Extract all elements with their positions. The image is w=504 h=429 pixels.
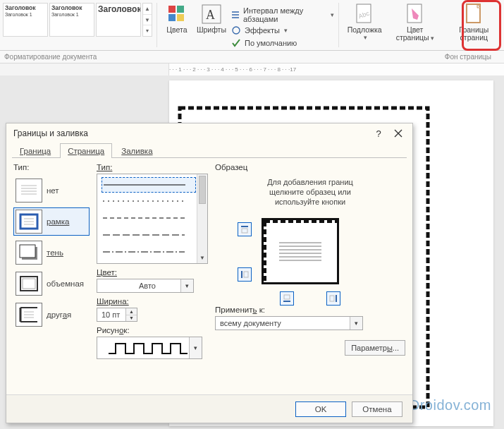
source-watermark: Droidov.com	[410, 397, 491, 413]
chevron-down-icon: ▾	[331, 11, 334, 18]
setting-none[interactable]: нет	[13, 176, 90, 205]
ribbon: Заголовок Заголовок 1 Заголовок Заголово…	[0, 0, 504, 51]
style-tile[interactable]: Заголовок Заголовок 1	[3, 3, 48, 37]
svg-point-6	[233, 27, 240, 34]
scrollbar[interactable]: ▲ ▼	[197, 174, 207, 263]
threeD-icon	[16, 272, 42, 296]
font-icon: A	[200, 3, 223, 25]
more-icon[interactable]: ▾	[143, 25, 152, 36]
apply-to-combo[interactable]: всему документу ▾	[215, 316, 363, 330]
line-style-listbox[interactable]: ▲ ▼	[97, 174, 208, 264]
options-button[interactable]: Параметры...	[345, 340, 405, 356]
setting-shadow[interactable]: тень	[13, 238, 90, 267]
setting-custom[interactable]: другая	[13, 301, 90, 329]
svg-rect-29	[330, 296, 334, 301]
setting-box-label: рамка	[47, 217, 69, 226]
effects-button[interactable]: Эффекты ▾	[231, 25, 334, 36]
svg-rect-2	[168, 14, 176, 21]
style-title: Заголовок	[5, 5, 46, 11]
dialog-titlebar[interactable]: Границы и заливка ?	[6, 123, 412, 143]
watermark-icon: Abc	[353, 3, 376, 25]
box-icon	[16, 210, 42, 234]
styles-gallery[interactable]: Заголовок Заголовок 1 Заголовок Заголово…	[3, 0, 152, 50]
themes-fonts-button[interactable]: A Шрифты	[192, 0, 231, 50]
preview-page[interactable]	[262, 218, 339, 284]
width-spinner[interactable]: 10 пт ▲▼	[97, 308, 137, 322]
cancel-button[interactable]: Отмена	[352, 401, 402, 417]
color-label: Цвет:	[97, 268, 208, 277]
formatting-options: Интервал между абзацами ▾ Эффекты ▾ По у…	[231, 0, 334, 50]
setting-3d-label: объемная	[47, 279, 84, 288]
ok-button[interactable]: OK	[295, 401, 346, 417]
custom-icon	[16, 303, 42, 327]
palette-icon	[166, 3, 188, 25]
group-page-background: Фон страницы	[445, 53, 504, 61]
none-icon	[16, 179, 42, 203]
gallery-scroll[interactable]: ▲ ▼ ▾	[142, 3, 152, 37]
tab-page[interactable]: Страница	[60, 143, 112, 158]
preview-stage	[215, 212, 405, 304]
style-subtitle: Заголовок 1	[5, 12, 46, 17]
tab-fill[interactable]: Заливка	[113, 143, 160, 158]
apply-to-value: всему документу	[220, 319, 281, 327]
svg-rect-25	[244, 272, 248, 277]
horizontal-ruler[interactable]: · · · 1 · · · 2 · · · 3 · · · 4 · · · 5 …	[0, 64, 504, 76]
style-tile[interactable]: Заголовок Заголовок 1	[49, 3, 94, 37]
setting-none-label: нет	[47, 186, 59, 195]
apply-to-label: Применить к:	[215, 306, 405, 314]
svg-rect-16	[23, 279, 35, 289]
tab-border[interactable]: Граница	[12, 143, 59, 158]
shadow-icon	[16, 241, 42, 265]
ribbon-group-labels: Форматирование документа Фон страницы	[0, 51, 504, 64]
border-right-toggle[interactable]	[326, 291, 340, 306]
border-top-toggle[interactable]	[238, 222, 252, 236]
chevron-down-icon: ▾	[364, 34, 367, 41]
color-combo[interactable]: Авто ▾	[97, 279, 194, 293]
page-borders-button[interactable]: Границы страниц	[444, 0, 504, 50]
svg-rect-3	[177, 14, 184, 21]
setting-box[interactable]: рамка	[13, 207, 90, 236]
chevron-down-icon: ▾	[284, 27, 288, 34]
art-combo[interactable]: ▾	[97, 337, 202, 359]
check-icon	[231, 37, 242, 49]
chevron-down-icon: ▾	[431, 35, 434, 42]
setting-3d[interactable]: объемная	[13, 270, 90, 298]
svg-rect-1	[177, 6, 184, 13]
page-color-button[interactable]: Цвет страницы▾	[386, 0, 444, 50]
style-title: Заголовок	[98, 5, 139, 14]
style-label: Тип:	[97, 163, 208, 171]
chevron-down-icon[interactable]: ▾	[350, 317, 362, 330]
close-button[interactable]	[388, 126, 408, 141]
color-value: Авто	[102, 282, 193, 290]
themes-colors-button[interactable]: Цвета	[161, 0, 192, 50]
borders-shading-dialog: Границы и заливка ? Граница Страница Зал…	[6, 123, 413, 423]
effects-label: Эффекты	[245, 26, 280, 35]
chevron-down-icon[interactable]: ▾	[189, 337, 202, 358]
border-bottom-toggle[interactable]	[280, 291, 294, 306]
chevron-down-icon[interactable]: ▼	[126, 315, 137, 322]
watermark-label: Подложка	[348, 26, 382, 34]
set-default-button[interactable]: По умолчанию	[231, 37, 334, 49]
preview-hint: Для добавления границ щелкните образец и…	[215, 178, 405, 207]
style-tile[interactable]: Заголовок	[96, 3, 141, 37]
chevron-up-icon[interactable]: ▲	[126, 308, 137, 315]
preview-column: Образец Для добавления границ щелкните о…	[215, 163, 405, 392]
chevron-down-icon[interactable]: ▼	[143, 15, 152, 26]
close-icon	[394, 129, 402, 138]
svg-rect-0	[168, 6, 176, 13]
svg-rect-27	[284, 295, 290, 299]
width-label: Ширина:	[97, 297, 208, 306]
page-borders-label: Границы страниц	[448, 26, 500, 42]
border-left-toggle[interactable]	[238, 267, 252, 282]
chevron-down-icon[interactable]: ▾	[180, 279, 193, 292]
scrollbar-thumb[interactable]	[199, 176, 206, 204]
help-button[interactable]: ?	[369, 126, 388, 141]
watermark-button[interactable]: Abc Подложка ▾	[343, 0, 386, 50]
dialog-tabs: Граница Страница Заливка	[6, 143, 412, 158]
chevron-up-icon[interactable]: ▲	[143, 4, 152, 15]
group-document-formatting: Форматирование документа	[0, 53, 445, 61]
fonts-label: Шрифты	[197, 26, 226, 34]
chevron-down-icon[interactable]: ▼	[197, 253, 207, 263]
art-pattern-icon	[107, 339, 192, 356]
paragraph-spacing-button[interactable]: Интервал между абзацами ▾	[231, 6, 334, 23]
